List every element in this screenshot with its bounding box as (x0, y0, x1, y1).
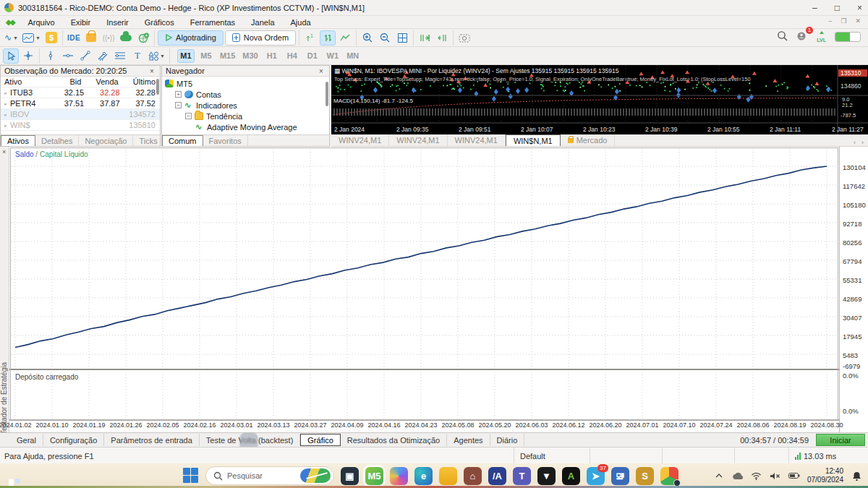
edge-icon[interactable]: e (414, 467, 433, 485)
crosshair-tool-icon[interactable] (20, 48, 36, 64)
market-watch-row[interactable]: ●WIN$135810 (1, 120, 160, 131)
search-highlight-image[interactable] (300, 468, 331, 483)
metatrader5-icon[interactable]: M5 (365, 467, 383, 485)
market-watch-row[interactable]: ●ITUB332.1532.2832.28 (1, 87, 160, 98)
ide-button[interactable]: IDE (66, 30, 82, 46)
black-app-icon[interactable]: ▼ (537, 467, 556, 485)
chart-tab-winv24-m1[interactable]: WINV24,M1 (448, 134, 506, 146)
vertical-line-tool-icon[interactable] (43, 48, 59, 64)
tree-expander-icon[interactable]: − (175, 102, 182, 108)
menu-inserir[interactable]: Inserir (98, 16, 137, 28)
market-watch-row[interactable]: ●IBOV134572 (1, 109, 160, 120)
profile-button[interactable]: ▼ (21, 30, 42, 46)
mw-tab-ativos[interactable]: Ativos (1, 135, 35, 146)
mw-tab-detalhes[interactable]: Detalhes (35, 135, 79, 146)
tester-close-icon[interactable]: × (2, 148, 6, 155)
pc-settings-icon[interactable]: 🖳 (611, 467, 629, 485)
tree-item-adaptive-moving-average[interactable]: ∿Adaptive Moving Average (162, 121, 329, 132)
tree-expander-icon[interactable]: − (185, 113, 192, 119)
onedrive-icon[interactable] (732, 470, 744, 481)
menu-gráficos[interactable]: Gráficos (137, 16, 182, 28)
arrow-icon[interactable]: ‹ (854, 139, 856, 146)
chart-tab-mercado[interactable]: Mercado (561, 134, 616, 146)
lvl-icon[interactable]: LVL (817, 31, 826, 43)
tester-tab-resultados-da-otimiza-o[interactable]: Resultados da Otimização (341, 434, 447, 446)
search-icon[interactable] (777, 30, 788, 43)
teams-icon[interactable]: T (513, 467, 531, 485)
algotrading-button[interactable]: Algotrading (158, 30, 224, 46)
navigator-close-icon[interactable]: × (317, 67, 326, 75)
signals-icon[interactable]: ((•)) (101, 30, 116, 46)
web-add-icon[interactable] (135, 30, 151, 46)
chrome-icon[interactable] (660, 467, 678, 485)
designer-app-icon[interactable]: A (562, 467, 580, 485)
tester-tab-geral[interactable]: Geral (10, 434, 43, 446)
maximize-button[interactable]: □ (835, 3, 840, 13)
minimize-button[interactable]: – (812, 3, 817, 13)
office-s-icon[interactable]: S (636, 467, 654, 485)
tester-tab-configura-o[interactable]: Configuração (43, 434, 104, 446)
chart-tab-win-n-m1[interactable]: WIN$N,M1 (506, 134, 561, 146)
tree-item-indicadores[interactable]: −∿Indicadores (162, 100, 329, 111)
timeframe-m15[interactable]: M15 (218, 49, 237, 63)
cursor-tool-icon[interactable] (3, 48, 19, 64)
timeframe-w1[interactable]: W1 (324, 49, 341, 63)
store-icon[interactable]: ⌂ (464, 467, 482, 485)
metaeditor-icon[interactable]: /A (488, 467, 506, 485)
menu-ajuda[interactable]: Ajuda (283, 16, 319, 28)
tester-tab-agentes[interactable]: Agentes (447, 434, 490, 446)
screenshot-icon[interactable] (456, 30, 472, 46)
menu-exibir[interactable]: Exibir (63, 16, 99, 28)
trendline-tool-icon[interactable] (77, 48, 93, 64)
market-watch-scrollbar[interactable] (156, 79, 159, 95)
shift-end-icon[interactable] (417, 30, 433, 46)
battery-icon[interactable] (788, 470, 800, 481)
nav-tab-comum[interactable]: Comum (162, 135, 203, 146)
mdi-window-controls[interactable]: –❐✕ (828, 17, 861, 25)
tree-item-mt-[interactable]: MT5 (162, 78, 329, 89)
new-order-button[interactable]: Nova Ordem (225, 30, 296, 46)
zoom-in-icon[interactable] (359, 30, 375, 46)
chart-tab-winv24-m1[interactable]: WINV24,M1 (389, 134, 447, 146)
timeframe-mn[interactable]: MN (344, 49, 362, 63)
start-button[interactable] (183, 468, 199, 484)
mw-tab-ticks[interactable]: Ticks (133, 135, 163, 146)
deposit-button[interactable]: $ (43, 30, 59, 46)
search-box[interactable]: Pesquisar (205, 466, 334, 485)
wifi-icon[interactable] (751, 470, 762, 481)
horizontal-line-tool-icon[interactable] (60, 48, 76, 64)
shapes-tool-icon[interactable]: ▼ (147, 48, 166, 64)
timeframe-m30[interactable]: M30 (240, 49, 260, 63)
chart-type-button[interactable]: ∿▼ (3, 30, 20, 46)
market-watch-close-icon[interactable]: × (148, 67, 156, 75)
tree-expander-icon[interactable]: + (175, 91, 182, 98)
tester-tab-gr-fico[interactable]: Gráfico (300, 434, 340, 446)
copilot-icon[interactable] (390, 467, 408, 485)
notifications-icon[interactable]: 1 (796, 30, 808, 43)
cloud-icon[interactable] (118, 30, 134, 46)
chart-tab-arrows[interactable]: ‹› (854, 139, 868, 146)
timeframe-d1[interactable]: D1 (304, 49, 321, 63)
menu-arquivo[interactable]: Arquivo (20, 16, 62, 28)
tick-chart-icon[interactable]: 1 (302, 30, 318, 46)
menu-janela[interactable]: Janela (243, 16, 282, 28)
tree-item-tend-ncia[interactable]: −Tendência (162, 111, 329, 121)
tile-windows-icon[interactable] (394, 30, 410, 46)
navigator-scrollbar[interactable] (326, 82, 328, 106)
arrow-icon[interactable]: › (861, 139, 864, 146)
shift-chart-icon[interactable] (434, 30, 450, 46)
timeframe-m1[interactable]: M1 (177, 49, 195, 63)
timeframe-m5[interactable]: M5 (197, 49, 215, 63)
market-bag-icon[interactable] (83, 30, 99, 46)
nav-tab-favoritos[interactable]: Favoritos (203, 135, 248, 146)
market-watch-row[interactable]: ●PETR437.5137.8737.52 (1, 98, 160, 109)
mw-tab-negocia-o[interactable]: Negociação (79, 135, 133, 146)
text-tool-icon[interactable]: T (129, 48, 145, 64)
tester-tab-par-metros-de-entrada[interactable]: Parâmetros de entrada (104, 434, 200, 446)
chart-tab-winv24-m1[interactable]: WINV24,M1 (331, 134, 389, 146)
channel-tool-icon[interactable] (95, 48, 111, 64)
status-profile[interactable]: Default (514, 448, 590, 464)
timeframe-h1[interactable]: H1 (263, 49, 281, 63)
tree-item-contas[interactable]: +Contas (162, 89, 329, 100)
line-chart-icon[interactable] (337, 30, 353, 46)
